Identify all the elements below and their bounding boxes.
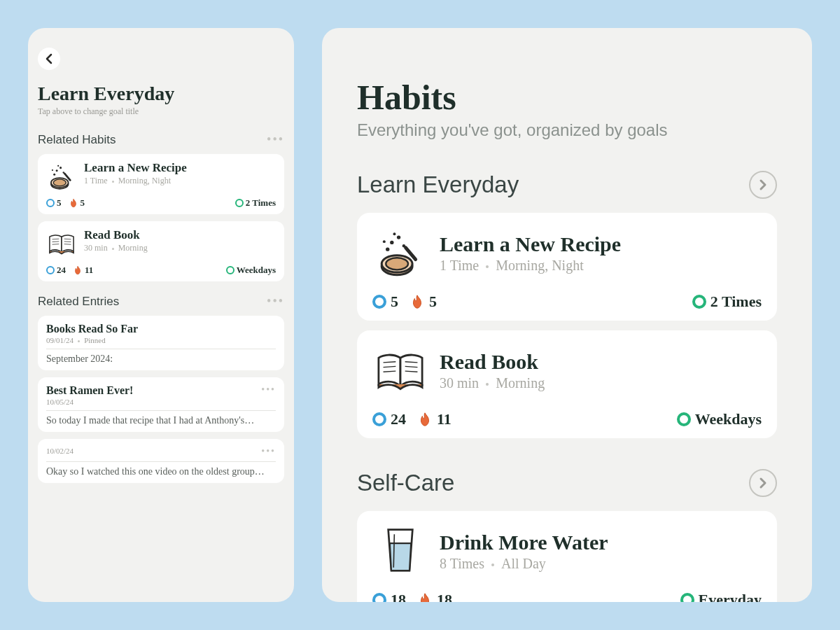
habit-title: Drink More Water — [440, 531, 608, 554]
related-habits-heading: Related Habits — [38, 133, 116, 147]
flame-icon — [410, 294, 425, 309]
goal-title[interactable]: Learn Everyday — [38, 83, 284, 105]
chevron-right-icon — [755, 176, 771, 193]
streak-stat: 5 — [69, 197, 85, 209]
habit-card[interactable]: Read Book 30 minMorning 24 11 Weekdays — [357, 330, 777, 438]
entry-card[interactable]: 10/02/24 ••• Okay so I watched this one … — [38, 439, 284, 483]
open-goal-button[interactable] — [749, 469, 777, 497]
habit-meta: 1 TimeMorning, Night — [84, 176, 187, 186]
ring-icon — [692, 295, 706, 309]
habit-card[interactable]: Learn a New Recipe 1 TimeMorning, Night … — [357, 213, 777, 321]
more-icon[interactable]: ••• — [261, 384, 276, 396]
pan-icon — [46, 161, 77, 192]
ring-icon — [677, 412, 691, 426]
book-icon — [46, 228, 77, 259]
ring-icon — [46, 266, 55, 274]
entry-body: Okay so I watched this one video on the … — [46, 466, 276, 477]
ring-icon — [372, 412, 386, 426]
habit-card[interactable]: Drink More Water 8 TimesAll Day 18 18 Ev… — [357, 511, 777, 602]
habit-title: Read Book — [440, 350, 545, 374]
streak-stat: 5 — [410, 293, 437, 311]
frequency-badge: Weekdays — [226, 265, 276, 276]
entry-body: September 2024: — [46, 354, 276, 365]
entry-meta: 09/01/24Pinned — [46, 336, 276, 344]
entry-title: Best Ramen Ever! — [46, 384, 133, 397]
frequency-badge: 2 Times — [235, 197, 276, 209]
habit-meta: 30 minMorning — [84, 243, 148, 253]
streak-stat: 11 — [73, 265, 93, 276]
ring-icon — [46, 199, 55, 207]
habit-title: Learn a New Recipe — [84, 161, 187, 175]
book-icon — [372, 343, 428, 398]
goal-heading: Learn Everyday — [357, 172, 519, 198]
more-icon[interactable]: ••• — [261, 446, 276, 457]
entry-card[interactable]: Books Read So Far 09/01/24Pinned Septemb… — [38, 316, 284, 370]
habits-panel: Habits Everything you've got, organized … — [322, 28, 812, 602]
habit-card[interactable]: Learn a New Recipe 1 TimeMorning, Night … — [38, 154, 284, 214]
flame-icon — [417, 412, 433, 427]
count-stat: 5 — [46, 197, 62, 209]
entry-body: So today I made that recipe that I had a… — [46, 415, 276, 426]
pan-icon — [372, 225, 428, 280]
ring-icon — [372, 593, 386, 602]
goal-subtitle: Tap above to change goal title — [38, 106, 284, 117]
chevron-right-icon — [755, 475, 771, 491]
page-subtitle: Everything you've got, organized by goal… — [357, 120, 777, 140]
count-stat: 5 — [372, 293, 398, 311]
open-goal-button[interactable] — [749, 171, 777, 199]
entry-meta: 10/05/24 — [46, 398, 133, 406]
habit-meta: 1 TimeMorning, Night — [440, 258, 621, 274]
glass-icon — [372, 524, 428, 578]
habit-title: Read Book — [84, 228, 148, 242]
chevron-left-icon — [41, 50, 57, 67]
count-stat: 24 — [372, 410, 406, 428]
more-icon[interactable]: ••• — [267, 294, 284, 309]
ring-icon — [235, 199, 244, 207]
habit-title: Learn a New Recipe — [440, 232, 621, 256]
habit-meta: 30 minMorning — [440, 375, 545, 391]
entry-title: Books Read So Far — [46, 323, 276, 335]
entry-card[interactable]: Best Ramen Ever! 10/05/24 ••• So today I… — [38, 377, 284, 432]
streak-stat: 11 — [417, 410, 451, 428]
goal-detail-panel: Learn Everyday Tap above to change goal … — [28, 28, 294, 602]
habit-meta: 8 TimesAll Day — [440, 556, 608, 572]
back-button[interactable] — [38, 48, 60, 70]
related-entries-heading: Related Entries — [38, 295, 119, 309]
count-stat: 18 — [372, 591, 406, 602]
ring-icon — [372, 295, 386, 309]
page-title: Habits — [357, 77, 777, 118]
flame-icon — [417, 592, 433, 602]
goal-heading: Self-Care — [357, 470, 454, 496]
frequency-badge: 2 Times — [692, 293, 762, 311]
entry-meta: 10/02/24 — [46, 447, 74, 455]
flame-icon — [69, 198, 78, 208]
flame-icon — [73, 265, 83, 275]
count-stat: 24 — [46, 265, 66, 276]
frequency-badge: Everyday — [680, 591, 762, 602]
ring-icon — [680, 593, 694, 602]
ring-icon — [226, 266, 234, 274]
streak-stat: 18 — [417, 591, 452, 602]
frequency-badge: Weekdays — [677, 410, 762, 428]
habit-card[interactable]: Read Book 30 minMorning 24 11 Weekdays — [38, 221, 284, 281]
more-icon[interactable]: ••• — [267, 132, 284, 147]
